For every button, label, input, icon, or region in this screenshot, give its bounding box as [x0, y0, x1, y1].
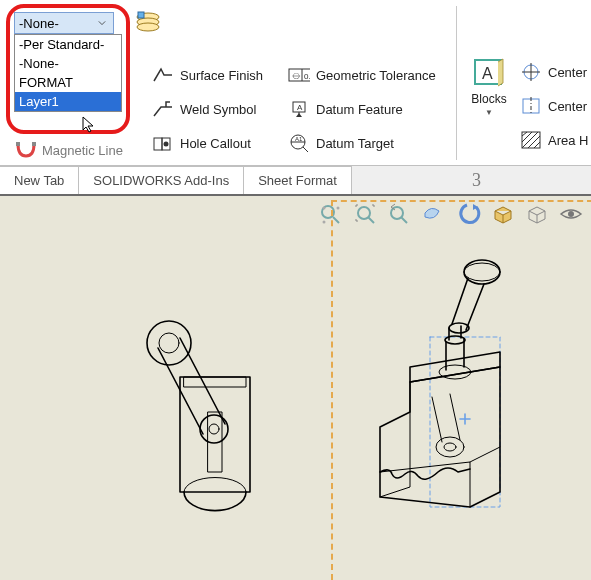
ribbon-label: Geometric Tolerance [316, 68, 436, 83]
tab-new-tab[interactable]: New Tab [0, 166, 79, 194]
geometric-tolerance-button[interactable]: ⦵0.3 Geometric Tolerance [288, 62, 436, 88]
svg-text:A: A [297, 103, 303, 112]
svg-point-6 [164, 142, 169, 147]
hole-callout-icon [152, 133, 174, 153]
svg-rect-3 [138, 12, 144, 18]
ribbon-label: Surface Finish [180, 68, 263, 83]
layer-option[interactable]: -Per Standard- [15, 35, 121, 54]
center-mark-button[interactable]: Center [520, 62, 588, 82]
ribbon-label: Datum Feature [316, 102, 403, 117]
svg-text:0.3: 0.3 [304, 72, 310, 81]
svg-rect-4 [154, 138, 162, 150]
ribbon-label: Center [548, 99, 587, 114]
ribbon-label: Area H [548, 133, 588, 148]
layer-option[interactable]: Layer1 [15, 92, 121, 111]
drawing-view-isometric[interactable] [350, 242, 560, 562]
hole-callout-button[interactable]: Hole Callout [152, 130, 263, 156]
layer-properties-icon[interactable] [134, 10, 162, 38]
datum-target-button[interactable]: A1 Datum Target [288, 130, 436, 156]
ribbon-label: Center [548, 65, 587, 80]
datum-feature-button[interactable]: A Datum Feature [288, 96, 436, 122]
svg-point-2 [137, 23, 159, 31]
svg-rect-28 [32, 142, 36, 146]
svg-point-44 [147, 321, 191, 365]
ribbon-label: Datum Target [316, 136, 394, 151]
weld-symbol-icon [152, 99, 174, 119]
datum-feature-icon: A [288, 99, 310, 119]
center-mark-icon [520, 62, 542, 82]
blocks-icon: A [470, 56, 508, 90]
svg-line-17 [303, 147, 308, 152]
geometric-tolerance-icon: ⦵0.3 [288, 65, 310, 85]
svg-point-52 [464, 263, 500, 281]
chevron-down-icon: ▼ [464, 108, 514, 117]
svg-text:A: A [482, 65, 493, 82]
command-manager-tabs: New Tab SOLIDWORKS Add-Ins Sheet Format [0, 166, 591, 196]
svg-text:⦵: ⦵ [292, 71, 301, 81]
svg-point-55 [444, 443, 456, 451]
ribbon-label: Magnetic Line [42, 143, 123, 158]
svg-rect-27 [16, 142, 20, 146]
weld-symbol-button[interactable]: Weld Symbol [152, 96, 263, 122]
svg-rect-40 [184, 377, 246, 387]
svg-rect-39 [180, 377, 250, 492]
area-hatch-icon [520, 130, 542, 150]
layer-option[interactable]: -None- [15, 54, 121, 73]
svg-point-45 [159, 333, 179, 353]
surface-finish-icon [152, 65, 174, 85]
svg-point-31 [323, 207, 326, 210]
svg-point-51 [464, 260, 500, 284]
blocks-label: Blocks [464, 92, 514, 106]
drawing-canvas[interactable] [0, 232, 591, 580]
centerline-button[interactable]: Center [520, 96, 588, 116]
layer-selected-label: -None- [19, 16, 95, 31]
svg-point-33 [323, 221, 326, 224]
area-hatch-button[interactable]: Area H [520, 130, 588, 150]
chevron-down-icon [95, 16, 109, 30]
layer-option[interactable]: FORMAT [15, 73, 121, 92]
mouse-cursor-icon [82, 116, 98, 134]
centerline-icon [520, 96, 542, 116]
ribbon-label: Hole Callout [180, 136, 251, 151]
drawing-view-front[interactable] [130, 292, 280, 522]
svg-point-42 [200, 415, 228, 443]
blocks-button[interactable]: A Blocks ▼ [464, 56, 514, 117]
svg-text:A1: A1 [295, 136, 303, 142]
magnetic-line-button[interactable]: Magnetic Line [14, 140, 123, 160]
ribbon-divider [456, 6, 457, 160]
datum-target-icon: A1 [288, 133, 310, 153]
magnetic-line-icon [14, 140, 36, 160]
surface-finish-button[interactable]: Surface Finish [152, 62, 263, 88]
ribbon-label: Weld Symbol [180, 102, 256, 117]
tab-solidworks-addins[interactable]: SOLIDWORKS Add-Ins [79, 166, 244, 194]
tab-sheet-format[interactable]: Sheet Format [244, 166, 352, 194]
layer-dropdown[interactable]: -None- [14, 12, 114, 34]
svg-point-43 [209, 424, 219, 434]
layer-dropdown-list[interactable]: -Per Standard- -None- FORMAT Layer1 [14, 34, 122, 112]
sheet-zone-label: 3 [472, 170, 481, 191]
